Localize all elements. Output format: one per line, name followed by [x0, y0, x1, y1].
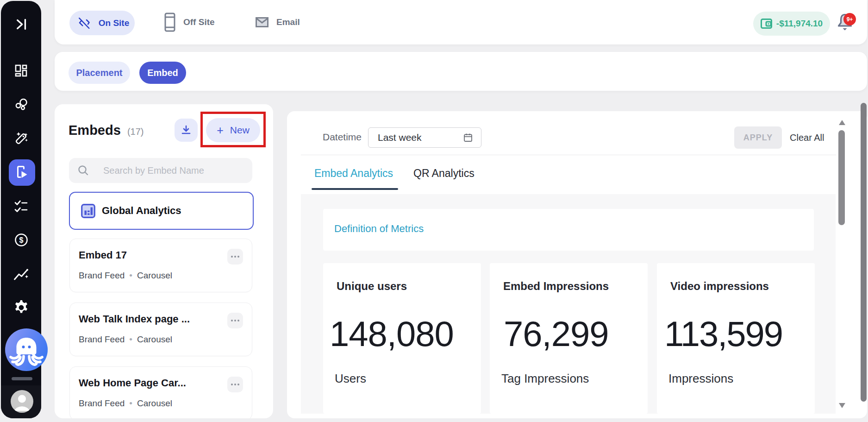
svg-text:$: $ — [19, 236, 23, 244]
